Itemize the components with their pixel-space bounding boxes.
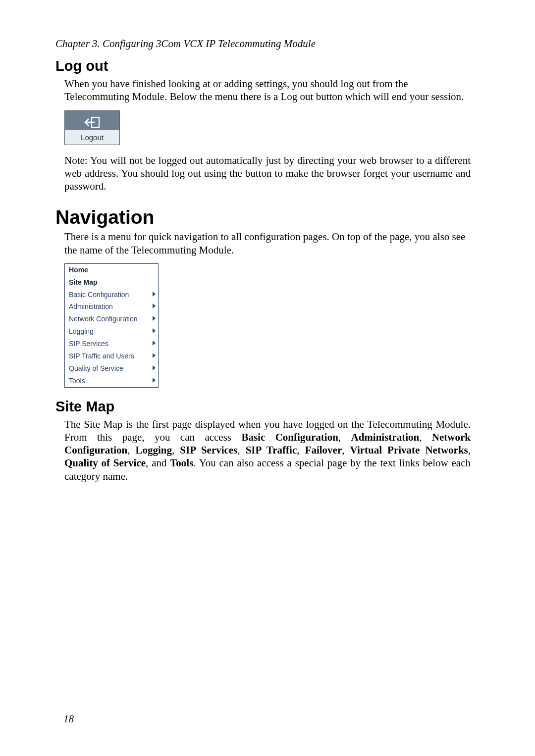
submenu-arrow-icon (152, 314, 156, 324)
nav-item-label: Site Map (69, 278, 98, 287)
sitemap-category: Quality of Service (64, 457, 146, 469)
navigation-heading: Navigation (55, 206, 471, 228)
sitemap-category: Administration (351, 431, 420, 443)
nav-item-label: Tools (69, 376, 85, 386)
logout-note: Note: You will not be logged out automat… (64, 154, 471, 193)
submenu-arrow-icon (152, 327, 156, 336)
svg-marker-4 (153, 316, 156, 321)
chapter-header: Chapter 3. Configuring 3Com VCX IP Telec… (55, 38, 471, 50)
sitemap-paragraph: The Site Map is the first page displayed… (64, 418, 471, 483)
submenu-arrow-icon (152, 290, 156, 300)
nav-item-sip-traffic-and-users[interactable]: SIP Traffic and Users (65, 350, 158, 362)
nav-item-label: Home (69, 265, 88, 275)
nav-item-home[interactable]: Home (65, 264, 158, 276)
submenu-arrow-icon (152, 352, 156, 361)
svg-marker-6 (153, 341, 156, 346)
sitemap-category: Logging (135, 444, 172, 456)
sitemap-heading: Site Map (55, 399, 471, 415)
nav-item-label: SIP Services (69, 339, 108, 349)
logout-icon (84, 115, 101, 130)
sitemap-category: Basic Configuration (241, 431, 338, 443)
nav-item-label: Basic Configuration (69, 290, 129, 300)
submenu-arrow-icon (152, 339, 156, 349)
page-number: 18 (63, 713, 74, 725)
nav-menu: HomeSite MapBasic ConfigurationAdministr… (64, 263, 159, 388)
page: Chapter 3. Configuring 3Com VCX IP Telec… (0, 0, 535, 756)
nav-item-sip-services[interactable]: SIP Services (65, 338, 158, 350)
svg-marker-5 (153, 328, 156, 333)
submenu-arrow-icon (152, 364, 156, 373)
nav-item-label: Administration (69, 302, 113, 311)
svg-marker-3 (153, 303, 156, 308)
logout-heading: Log out (55, 58, 471, 74)
sitemap-category: SIP Services (180, 444, 237, 456)
navigation-intro: There is a menu for quick navigation to … (64, 230, 471, 256)
nav-item-logging[interactable]: Logging (65, 325, 158, 338)
nav-item-label: Quality of Service (69, 364, 123, 373)
nav-item-label: Network Configuration (69, 314, 138, 324)
logout-button-label: Logout (65, 130, 119, 145)
nav-item-administration[interactable]: Administration (65, 301, 158, 313)
logout-paragraph-1: When you have finished looking at or add… (64, 77, 471, 103)
sitemap-category: SIP Traffic (246, 444, 297, 456)
logout-button[interactable]: Logout (64, 110, 120, 145)
nav-item-label: Logging (69, 327, 94, 336)
nav-item-site-map[interactable]: Site Map (65, 276, 158, 289)
svg-marker-9 (153, 378, 156, 383)
sitemap-category: Failover (305, 444, 342, 456)
sitemap-category: Virtual Private Networks (350, 444, 468, 456)
nav-item-quality-of-service[interactable]: Quality of Service (65, 362, 158, 375)
nav-item-label: SIP Traffic and Users (69, 352, 134, 361)
svg-marker-8 (153, 365, 156, 370)
nav-item-network-configuration[interactable]: Network Configuration (65, 313, 158, 325)
nav-item-tools[interactable]: Tools (65, 375, 158, 387)
sitemap-category: Tools (170, 457, 193, 469)
nav-item-basic-configuration[interactable]: Basic Configuration (65, 289, 158, 301)
svg-marker-7 (153, 353, 156, 358)
svg-marker-2 (153, 292, 156, 297)
submenu-arrow-icon (152, 376, 156, 386)
submenu-arrow-icon (152, 302, 156, 311)
